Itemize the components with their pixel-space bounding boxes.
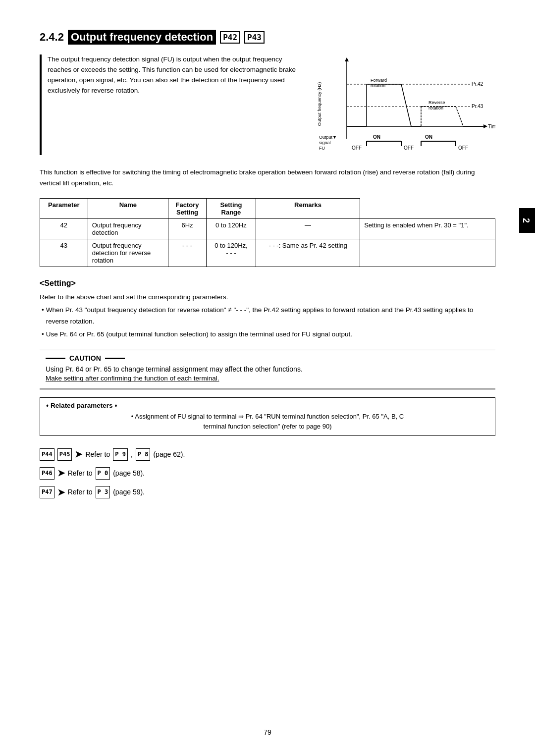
caution-header: CAUTION	[46, 354, 489, 362]
param-number: 43	[40, 239, 88, 267]
table-header-range: SettingRange	[206, 199, 256, 219]
badge-p9: P 9	[113, 448, 128, 461]
refer-text-1: Refer to	[85, 448, 110, 461]
refer-line-1: P44 P45 ➤ Refer to P 9 , P 8 (page 62).	[40, 446, 495, 463]
remarks-empty	[360, 239, 495, 267]
param-name: Output frequencydetection for reverserot…	[88, 239, 168, 267]
bullet-text-2: Use Pr. 64 or Pr. 65 (output terminal fu…	[46, 329, 352, 340]
svg-text:Output▼: Output▼	[319, 135, 337, 140]
section-number: 2.4.2	[40, 31, 64, 44]
setting-heading: <Setting>	[40, 279, 495, 288]
bullet-symbol: •	[42, 305, 44, 327]
table-header-factory: FactorySetting	[168, 199, 207, 219]
table-row: 43 Output frequencydetection for reverse…	[40, 239, 495, 267]
remarks-same-as: - - -: Same as Pr. 42 setting	[256, 239, 360, 267]
svg-marker-4	[483, 124, 487, 128]
setting-intro: Refer to the above chart and set the cor…	[40, 292, 495, 303]
svg-marker-1	[345, 57, 349, 61]
badge-p44: P44	[40, 448, 54, 461]
diamond-right: ♦	[114, 403, 117, 408]
setting-content: Refer to the above chart and set the cor…	[40, 292, 495, 340]
top-content: The output frequency detection signal (F…	[40, 54, 495, 155]
description-text: The output frequency detection signal (F…	[48, 54, 302, 96]
page-ref-2: (page 58).	[113, 467, 145, 480]
bullet-item-1: • When Pr. 43 "output frequency detectio…	[42, 305, 495, 327]
arrow-3: ➤	[57, 484, 65, 501]
remarks-dash: —	[256, 219, 360, 239]
param-badge-p42: P42	[220, 31, 240, 44]
svg-text:Pr.42: Pr.42	[472, 81, 483, 87]
svg-text:FU: FU	[319, 146, 325, 151]
svg-text:Time: Time	[488, 124, 495, 129]
bullet-symbol-2: •	[42, 329, 44, 340]
table-header-param: Parameter	[40, 199, 88, 219]
setting-range: 0 to 120Hz	[206, 219, 256, 239]
refer-line-2: P46 ➤ Refer to P 0 (page 58).	[40, 465, 495, 482]
svg-text:Reverse: Reverse	[428, 100, 445, 105]
parameter-table: Parameter Name FactorySetting SettingRan…	[40, 198, 495, 267]
page-number: 79	[264, 728, 271, 736]
remarks-text: Setting is enabled when Pr. 30 = "1".	[360, 219, 495, 239]
related-params-header: ♦ Related parameters ♦	[46, 402, 489, 409]
refer-lines: P44 P45 ➤ Refer to P 9 , P 8 (page 62). …	[40, 446, 495, 501]
svg-text:OFF: OFF	[404, 145, 414, 151]
svg-text:rotation: rotation	[371, 83, 385, 88]
related-params-box: ♦ Related parameters ♦ • Assignment of F…	[40, 397, 495, 436]
related-params-title: Related parameters	[51, 402, 112, 409]
svg-text:rotation: rotation	[428, 106, 443, 110]
setting-range: 0 to 120Hz,- - -	[206, 239, 256, 267]
param-number: 42	[40, 219, 88, 239]
badge-p3: P 3	[96, 486, 110, 498]
badge-p46: P46	[40, 467, 54, 480]
badge-p8: P 8	[136, 448, 151, 461]
frequency-diagram: Output frequency (Hz) Time Pr.42 Pr.4	[317, 54, 495, 154]
svg-line-9	[401, 84, 411, 126]
section-tab: 2	[519, 208, 535, 233]
svg-text:ON: ON	[425, 134, 432, 140]
factory-setting: 6Hz	[168, 219, 207, 239]
caution-line-2: Make setting after confirming the functi…	[46, 373, 489, 384]
svg-text:signal: signal	[319, 140, 331, 145]
refer-line-3: P47 ➤ Refer to P 3 (page 59).	[40, 484, 495, 501]
svg-text:Output frequency (Hz): Output frequency (Hz)	[317, 82, 322, 126]
section-title: Output frequency detection	[68, 30, 216, 45]
description-block: The output frequency detection signal (F…	[40, 54, 302, 155]
table-header-remarks: Remarks	[256, 199, 360, 219]
related-params-text: • Assignment of FU signal to terminal ⇒ …	[46, 412, 489, 432]
svg-text:OFF: OFF	[352, 145, 362, 151]
diamond-left: ♦	[46, 403, 49, 408]
page-ref-3: (page 59).	[113, 486, 145, 499]
svg-text:ON: ON	[373, 134, 380, 140]
continuation-text: This function is effective for switching…	[40, 167, 495, 188]
param-name: Output frequencydetection	[88, 219, 168, 239]
bullet-item-2: • Use Pr. 64 or Pr. 65 (output terminal …	[42, 329, 495, 340]
diagram-container: Output frequency (Hz) Time Pr.42 Pr.4	[317, 54, 495, 155]
caution-line-1: Using Pr. 64 or Pr. 65 to change termina…	[46, 365, 489, 373]
svg-line-13	[456, 107, 463, 126]
factory-setting: - - -	[168, 239, 207, 267]
badge-p47: P47	[40, 486, 54, 498]
table-row: 42 Output frequencydetection 6Hz 0 to 12…	[40, 219, 495, 239]
section-heading: 2.4.2 Output frequency detection P42 P43	[40, 30, 495, 45]
arrow-1: ➤	[75, 446, 82, 463]
bullet-text-1: When Pr. 43 "output frequency detection …	[46, 305, 495, 327]
refer-text-2: Refer to	[68, 467, 93, 480]
refer-text-3: Refer to	[68, 486, 93, 499]
param-badge-p43: P43	[244, 31, 265, 44]
svg-text:Forward: Forward	[371, 78, 387, 83]
table-header-name: Name	[88, 199, 168, 219]
caution-text: Using Pr. 64 or Pr. 65 to change termina…	[46, 365, 489, 384]
badge-p0: P 0	[96, 467, 110, 480]
arrow-2: ➤	[57, 465, 65, 482]
svg-text:OFF: OFF	[458, 145, 468, 151]
page-ref-1: (page 62).	[153, 448, 185, 461]
comma-1: ,	[131, 448, 133, 461]
badge-p45: P45	[57, 448, 72, 461]
svg-text:Pr.43: Pr.43	[472, 104, 483, 109]
caution-box: CAUTION Using Pr. 64 or Pr. 65 to change…	[40, 349, 495, 389]
